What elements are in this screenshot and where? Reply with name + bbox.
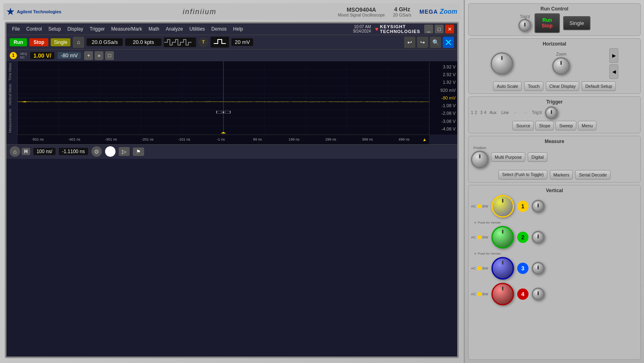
ch4-bw-label: BW [483, 292, 489, 296]
ch4-fine-knob[interactable] [532, 288, 545, 301]
undo-button[interactable]: ↩ [404, 37, 415, 48]
ch3-row: AC BW 3 [471, 257, 638, 280]
t-label-0: -501 ns [19, 137, 56, 141]
ch-plus-button[interactable]: + [84, 51, 93, 60]
menu-utilities[interactable]: Utilities [187, 25, 207, 33]
ch-icon-button[interactable]: □ [105, 51, 114, 60]
menu-trigger[interactable]: Trigger [87, 25, 107, 33]
clear-display-button[interactable]: Clear Display [546, 81, 579, 91]
ch1-push-label: Push for Vernier [478, 221, 501, 224]
zoom-button[interactable]: 🔍 [430, 37, 441, 48]
ch2-knob[interactable] [491, 226, 514, 249]
default-setup-button[interactable]: Default Setup [582, 81, 616, 91]
horizontal-knobs: Zoom ▶ ◀ [471, 48, 638, 79]
ch3-fine-knob[interactable] [532, 262, 545, 275]
horizontal-position-knob[interactable] [491, 52, 513, 75]
single-button[interactable]: Single [51, 38, 70, 46]
menu-measure-mark[interactable]: Measure/Mark [109, 25, 144, 33]
arrow-left-button[interactable]: ◀ [609, 64, 618, 79]
window-maximize-button[interactable]: □ [435, 25, 444, 33]
ch4-knob[interactable] [491, 283, 514, 305]
ch1-v-label: V [474, 221, 476, 224]
rate-spec: 20 GSa/s [393, 12, 411, 17]
trig-knob[interactable] [518, 19, 531, 32]
model-name: MSO9404A [338, 6, 385, 13]
channel-number: 1 [10, 52, 17, 59]
window-minimize-button[interactable]: _ [424, 25, 433, 33]
measurements-label: Measurements [6, 107, 17, 135]
menu-help[interactable]: Help [231, 25, 246, 33]
ch-expand-button[interactable]: » [95, 51, 103, 60]
menu-display[interactable]: Display [65, 25, 85, 33]
touch-button[interactable]: Touch [524, 81, 543, 91]
run-control-section: Run Control Trig'd Run Stop Single [468, 3, 641, 36]
ch2-fine-knob[interactable] [532, 231, 545, 244]
slope-button[interactable]: Slope [535, 121, 554, 131]
run-stop-button[interactable]: Run Stop [535, 13, 560, 33]
agilent-starburst-icon [6, 8, 14, 16]
h-label: H [22, 148, 30, 155]
redo-button[interactable]: ↪ [417, 37, 428, 48]
measure-icon-button[interactable] [443, 37, 454, 48]
icon-button[interactable]: ⌂ [73, 37, 84, 48]
serial-decode-button[interactable]: Serial Decode [575, 170, 610, 180]
select-button[interactable]: Select (Push to Toggle) [498, 170, 547, 180]
time-div-display: 100 ns/ [33, 148, 56, 155]
menu-control[interactable]: Control [24, 25, 44, 33]
vertical-meas-label: Vertical Meas [6, 82, 17, 107]
source-button[interactable]: Source [512, 121, 534, 131]
home-button[interactable]: ⌂ [10, 146, 20, 157]
timestamp: 10:07 AM9/24/2024 [353, 25, 371, 33]
run-label: Run [542, 17, 553, 23]
white-circle-button[interactable] [105, 146, 116, 157]
trig-level-knob[interactable] [545, 106, 558, 119]
single-hw-button[interactable]: Single [563, 16, 590, 30]
ch3-knob[interactable] [491, 257, 514, 280]
zoom-label: Zoom [556, 52, 567, 56]
auto-scale-button[interactable]: Auto Scale [493, 81, 522, 91]
run-button[interactable]: Run [10, 38, 27, 46]
menu-button[interactable]: Menu [578, 121, 597, 131]
trigger-buttons: Source Slope Sweep Menu [471, 121, 638, 131]
menu-setup[interactable]: Setup [46, 25, 63, 33]
bookmark-button[interactable]: ⚑ [133, 147, 144, 156]
ch2-v-label: V [474, 252, 476, 255]
multi-purpose-button[interactable]: Multi Purpose [491, 152, 525, 162]
ch3-badge: 3 [517, 263, 528, 274]
menu-demos[interactable]: Demos [209, 25, 229, 33]
digital-button[interactable]: Digital [528, 152, 547, 162]
v-label-7: -3.08 V [431, 119, 456, 124]
window-close-button[interactable]: ✕ [445, 25, 454, 33]
v-label-2: 1.92 V [431, 80, 456, 85]
grid-area[interactable] [18, 61, 429, 135]
stop-button[interactable]: Stop [29, 38, 48, 46]
t-label-8: 299 ns [312, 137, 349, 141]
horizontal-buttons: Auto Scale Touch Clear Display Default S… [471, 81, 638, 91]
markers-button[interactable]: Markers [550, 170, 573, 180]
brand-name: Agilent Technologies [17, 9, 61, 14]
trigger-icon: T [198, 37, 208, 47]
sweep-button[interactable]: Sweep [555, 121, 576, 131]
menu-file[interactable]: File [10, 25, 22, 33]
trig-label: Trig'd [520, 15, 530, 19]
t-label-1: -401 ns [56, 137, 93, 141]
t-label-9: 399 ns [349, 137, 386, 141]
position-knob[interactable] [471, 151, 489, 168]
trig-ch4: 4 [484, 110, 487, 115]
zoom-circle-button[interactable]: ⊙ [91, 146, 102, 157]
v-label-5: -1.08 V [431, 103, 456, 108]
ch1-knob[interactable] [491, 195, 514, 218]
forward-button[interactable]: ▷ [119, 147, 130, 156]
menu-math[interactable]: Math [146, 25, 162, 33]
ch-buttons: + » □ [84, 51, 114, 60]
trig-ch2: 2 [475, 110, 477, 115]
trigger-title: Trigger [471, 99, 638, 105]
ch1-fine-knob[interactable] [532, 200, 545, 213]
arrow-right-button[interactable]: ▶ [609, 48, 618, 63]
trig-ch1: 1 [471, 110, 473, 115]
menu-analyze[interactable]: Analyze [163, 25, 186, 33]
horizontal-zoom-knob[interactable] [552, 57, 570, 75]
toolbar-icons: ↩ ↪ 🔍 [404, 37, 454, 48]
trig-ch3: 3 [480, 110, 483, 115]
right-panel: Run Control Trig'd Run Stop Single Horiz… [465, 0, 644, 363]
